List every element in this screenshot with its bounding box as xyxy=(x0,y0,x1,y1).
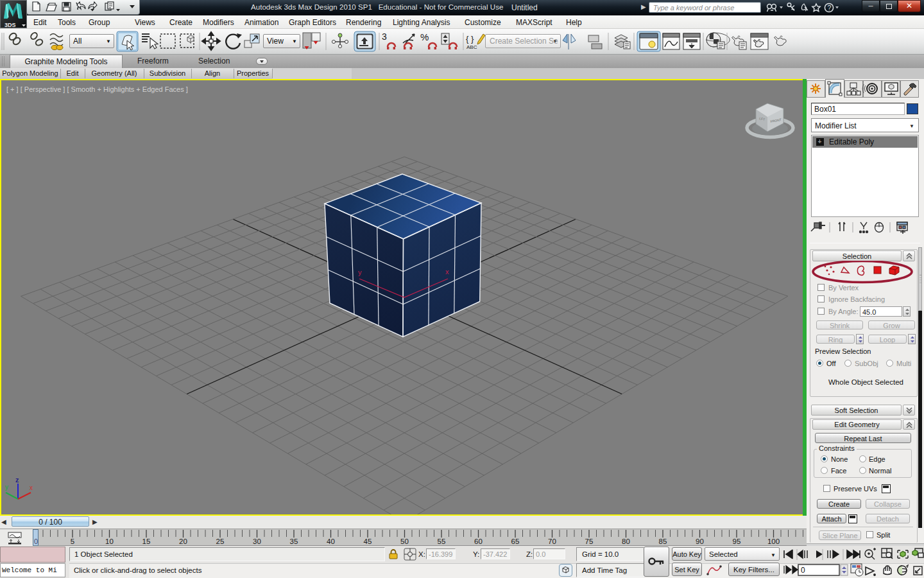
svg-text:y: y xyxy=(5,484,8,491)
svg-text:%: % xyxy=(420,31,429,42)
svg-text:3: 3 xyxy=(382,31,387,42)
svg-text:75: 75 xyxy=(585,538,594,545)
svg-text:15: 15 xyxy=(142,538,151,545)
svg-text:x: x xyxy=(30,484,33,491)
svg-text:40: 40 xyxy=(327,538,335,545)
svg-text:85: 85 xyxy=(659,538,667,545)
svg-text:0: 0 xyxy=(801,566,805,575)
svg-text:3DS: 3DS xyxy=(4,22,16,28)
svg-text:10: 10 xyxy=(105,538,114,545)
svg-text:25: 25 xyxy=(216,538,225,545)
svg-text:{ }: { } xyxy=(466,34,474,44)
svg-text:x: x xyxy=(445,268,449,276)
svg-text:45: 45 xyxy=(364,538,372,545)
svg-text:100: 100 xyxy=(767,538,780,545)
svg-text:y: y xyxy=(358,268,362,276)
svg-text:35: 35 xyxy=(290,538,298,545)
svg-text:90: 90 xyxy=(696,538,704,545)
svg-text:55: 55 xyxy=(438,538,446,545)
svg-text:z: z xyxy=(15,476,19,484)
svg-text:70: 70 xyxy=(548,538,556,545)
svg-text:20: 20 xyxy=(179,538,187,545)
svg-text:80: 80 xyxy=(622,538,630,545)
svg-text:60: 60 xyxy=(474,538,483,545)
svg-text:5: 5 xyxy=(71,538,74,545)
svg-text:50: 50 xyxy=(400,538,409,545)
svg-text:?: ? xyxy=(828,4,832,12)
svg-text:65: 65 xyxy=(511,538,520,545)
svg-text:30: 30 xyxy=(253,538,261,545)
svg-text:95: 95 xyxy=(733,538,741,545)
svg-text:ABC: ABC xyxy=(466,44,477,50)
